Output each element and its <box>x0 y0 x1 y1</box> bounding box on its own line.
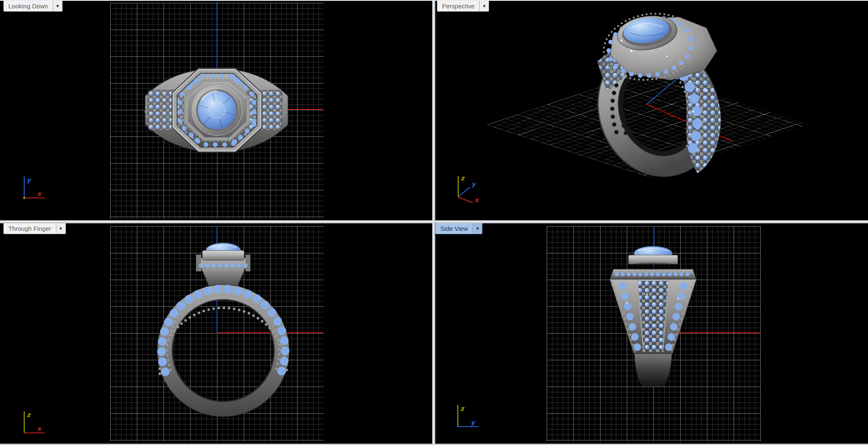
viewport-tab-label: Perspective <box>437 1 479 11</box>
viewport-looking-down[interactable]: Looking Down ▼ y x <box>0 1 432 220</box>
axis-label-x: x <box>37 190 42 197</box>
viewport-side-view[interactable]: Side View ▼ z y <box>435 223 868 444</box>
axis-label-x: x <box>37 425 42 432</box>
viewport-tab[interactable]: Through Finger ▼ <box>3 223 66 234</box>
axis-label-y: y <box>471 419 476 426</box>
viewport-through-finger[interactable]: Through Finger ▼ z x <box>0 223 432 444</box>
axis-label-z: z <box>460 405 465 412</box>
viewport-tab[interactable]: Side View ▼ <box>435 223 482 234</box>
axis-label-x: x <box>474 196 479 204</box>
axis-orientation-indicator: z y x <box>453 172 490 207</box>
bezel <box>202 250 244 260</box>
viewport-perspective[interactable]: Perspective ▼ z y x <box>435 1 868 220</box>
axis-label-z: z <box>27 411 31 419</box>
band-lower <box>634 354 672 386</box>
axis-orientation-indicator: z x <box>19 406 48 439</box>
axis-label-z: z <box>461 174 465 182</box>
viewport-canvas-through-finger[interactable] <box>0 223 432 444</box>
y-axis-widget-line <box>458 187 470 197</box>
viewport-canvas-top-view[interactable] <box>0 1 432 220</box>
x-axis-widget-line <box>458 197 473 203</box>
axis-label-y: y <box>472 180 477 188</box>
axis-orientation-indicator: y x <box>19 171 48 204</box>
ring-model-perspective[interactable] <box>593 7 724 180</box>
chevron-down-icon[interactable]: ▼ <box>53 1 62 11</box>
chevron-down-icon[interactable]: ▼ <box>472 223 482 234</box>
viewport-tab-label: Side View <box>436 223 472 234</box>
axis-orientation-indicator: z y <box>452 400 486 432</box>
viewport-divider-vertical[interactable] <box>432 1 435 444</box>
viewport-canvas-perspective[interactable] <box>435 1 868 220</box>
viewport-tab[interactable]: Perspective ▼ <box>437 1 489 12</box>
ring-model-side-view[interactable] <box>610 246 696 386</box>
viewport-canvas-side-view[interactable] <box>435 223 868 444</box>
chevron-down-icon[interactable]: ▼ <box>56 223 66 234</box>
viewport-tab[interactable]: Looking Down ▼ <box>3 1 63 12</box>
chevron-down-icon[interactable]: ▼ <box>479 1 489 11</box>
viewport-tab-label: Through Finger <box>4 223 56 234</box>
axis-label-y: y <box>27 176 32 184</box>
cad-window: Looking Down ▼ y x <box>0 0 868 445</box>
viewport-tab-label: Looking Down <box>4 1 53 11</box>
ring-model-through-finger[interactable] <box>157 243 289 417</box>
ring-model-top-view[interactable] <box>145 68 288 152</box>
head-profile <box>197 258 250 287</box>
origin-dot <box>23 197 25 199</box>
